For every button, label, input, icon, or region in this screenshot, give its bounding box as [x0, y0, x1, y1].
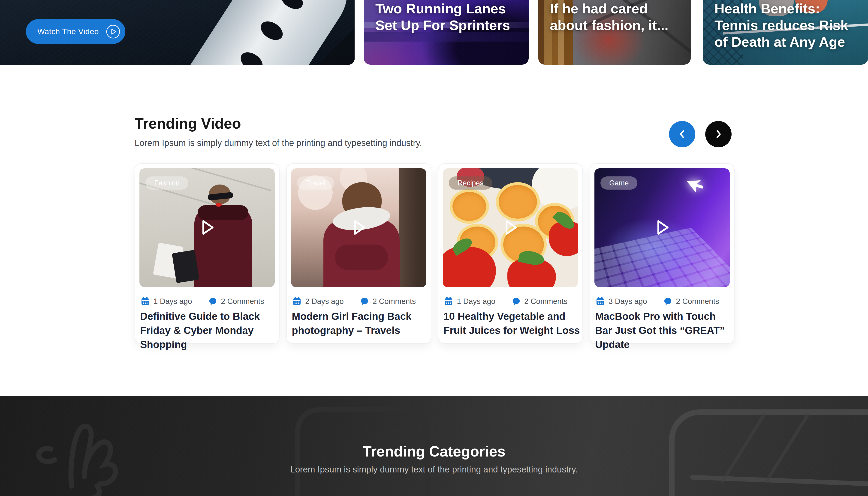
card-meta: 2 Days ago 2 Comments — [292, 297, 428, 306]
video-thumbnail[interactable]: Recipes — [443, 168, 578, 287]
comments-count-text: 2 Comments — [373, 297, 416, 306]
comments-count: 2 Comments — [512, 297, 580, 306]
posted-date-text: 3 Days ago — [609, 297, 647, 306]
video-thumbnail[interactable]: Fashion — [139, 168, 275, 287]
posted-date-text: 1 Days ago — [154, 297, 192, 306]
card-meta: 1 Days ago 2 Comments — [141, 297, 276, 306]
video-card: Recipes 1 Days ago 2 Comment — [438, 163, 583, 344]
hero-section: Watch The Video Two Running Lanes Set Up… — [0, 0, 868, 65]
watch-the-video-label: Watch The Video — [37, 27, 99, 36]
section-subheading: Lorem Ipsum is simply dummy text of the … — [135, 138, 422, 148]
comments-count-text: 2 Comments — [676, 297, 719, 306]
section-heading: Trending Video — [135, 115, 241, 132]
comment-icon — [663, 297, 672, 306]
comments-count: 2 Comments — [663, 297, 731, 306]
cursor-arrow-shape — [685, 175, 707, 198]
hero-story-title[interactable]: Health Benefits: Tennis reduces Risk of … — [714, 0, 862, 50]
category-badge[interactable]: Recipes — [449, 176, 492, 190]
posted-date-text: 1 Days ago — [457, 297, 495, 306]
video-card: Game 3 Days ago 2 Comments — [589, 163, 735, 344]
chevron-right-icon — [713, 129, 724, 139]
orange-slice-shape — [496, 182, 540, 221]
comments-count-text: 2 Comments — [524, 297, 567, 306]
calendar-icon — [292, 297, 301, 306]
posted-date: 1 Days ago — [141, 297, 208, 306]
posted-date: 2 Days ago — [292, 297, 360, 306]
carousel-next-button[interactable] — [705, 121, 731, 147]
card-meta: 3 Days ago 2 Comments — [596, 297, 731, 306]
video-card: Travel 2 Days ago 2 Comments — [286, 163, 431, 344]
card-meta: 1 Days ago 2 Comments — [444, 297, 580, 306]
comment-icon — [208, 297, 217, 306]
posted-date: 3 Days ago — [596, 297, 663, 306]
play-circle-icon — [106, 25, 120, 39]
carousel-prev-button[interactable] — [669, 121, 695, 147]
blog-page: { "theme": { "accent_blue": "#1a78d5", "… — [0, 0, 868, 496]
posted-date: 1 Days ago — [444, 297, 512, 306]
tree-trunk-shape — [399, 168, 426, 287]
section-subheading: Lorem Ipsum is simply dummy text of the … — [0, 465, 868, 475]
video-title[interactable]: Definitive Guide to Black Friday & Cyber… — [140, 309, 278, 352]
hero-story-title[interactable]: Two Running Lanes Set Up For Sprinters — [375, 0, 523, 34]
hero-story-title[interactable]: If he had cared about fashion, it... — [550, 0, 685, 34]
play-icon[interactable] — [500, 217, 521, 239]
comment-icon — [360, 297, 369, 306]
video-thumbnail[interactable]: Game — [595, 168, 730, 287]
figure-shape — [335, 245, 388, 270]
category-badge[interactable]: Game — [600, 176, 637, 190]
hero-story-card[interactable]: Health Benefits: Tennis reduces Risk of … — [703, 0, 868, 65]
figure-shape — [216, 203, 222, 207]
chevron-left-icon — [677, 129, 687, 139]
play-icon[interactable] — [196, 217, 218, 239]
hero-story-card[interactable]: If he had cared about fashion, it... — [538, 0, 691, 65]
video-title[interactable]: MacBook Pro with Touch Bar Just Got this… — [595, 309, 733, 352]
orange-slice-shape — [450, 189, 489, 224]
posted-date-text: 2 Days ago — [305, 297, 344, 306]
section-heading: Trending Categories — [0, 443, 868, 460]
comments-count: 2 Comments — [360, 297, 428, 306]
category-badge[interactable]: Travel — [297, 176, 334, 190]
play-icon[interactable] — [348, 217, 369, 239]
video-card: Fashion 1 Days ago 2 Comment — [135, 163, 280, 344]
video-thumbnail[interactable]: Travel — [291, 168, 426, 287]
calendar-icon — [444, 297, 453, 306]
video-title[interactable]: 10 Healthy Vegetable and Fruit Juices fo… — [443, 309, 581, 337]
comments-count-text: 2 Comments — [221, 297, 264, 306]
calendar-icon — [141, 297, 150, 306]
play-icon[interactable] — [651, 217, 673, 239]
video-title[interactable]: Modern Girl Facing Back photography – Tr… — [292, 309, 429, 337]
watch-the-video-button[interactable]: Watch The Video — [26, 19, 125, 44]
comments-count: 2 Comments — [208, 297, 276, 306]
hero-story-card[interactable]: Two Running Lanes Set Up For Sprinters — [364, 0, 528, 65]
hero-featured-image: Watch The Video — [0, 0, 354, 65]
calendar-icon — [596, 297, 605, 306]
category-badge[interactable]: Fashion — [145, 176, 188, 190]
shopping-bag-shape — [172, 250, 199, 283]
comment-icon — [512, 297, 521, 306]
